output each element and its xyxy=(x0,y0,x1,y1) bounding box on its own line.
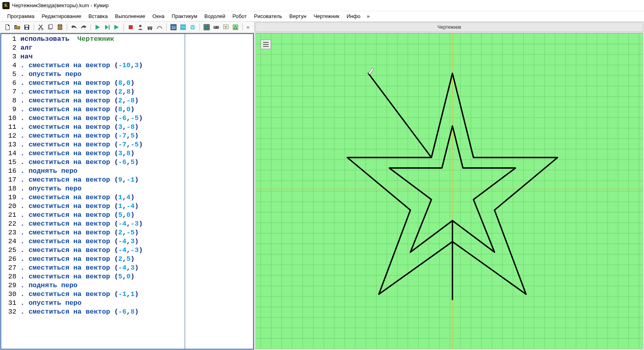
svg-point-25 xyxy=(224,26,225,27)
svg-text:10: 10 xyxy=(171,26,175,30)
canvas-title: Чертежник xyxy=(255,22,643,32)
run-fast-icon[interactable] xyxy=(112,23,121,32)
title-bar: К ЧертежникЗвезда(векторы).kum - Кумир xyxy=(0,0,644,11)
menu-»[interactable]: » xyxy=(364,12,372,20)
window-title: ЧертежникЗвезда(векторы).kum - Кумир xyxy=(12,2,109,8)
main-split: 10 » 12345678910111213141516171819202122… xyxy=(0,22,644,350)
menu-вставка[interactable]: Вставка xyxy=(85,12,111,20)
run-step-icon[interactable] xyxy=(103,23,112,32)
globe-icon[interactable] xyxy=(188,23,197,32)
menu-выполнение[interactable]: Выполнение xyxy=(112,12,148,20)
svg-rect-12 xyxy=(148,26,152,29)
svg-point-21 xyxy=(217,27,218,28)
menu-инфо[interactable]: Инфо xyxy=(343,12,363,20)
drawing-canvas[interactable] xyxy=(255,33,643,349)
draw-icon[interactable] xyxy=(231,23,240,32)
stop-icon[interactable] xyxy=(126,23,135,32)
svg-rect-10 xyxy=(129,25,133,29)
actor-1-icon[interactable] xyxy=(136,23,145,32)
line-gutter: 1234567891011121314151617181920212223242… xyxy=(1,34,19,349)
svg-point-11 xyxy=(139,25,142,27)
actor-2-icon[interactable] xyxy=(146,23,154,32)
actor-3-icon[interactable] xyxy=(155,23,164,32)
toolbar: 10 » xyxy=(0,22,254,33)
svg-rect-1 xyxy=(25,25,28,27)
menu-bar: ПрограммаРедактированиеВставкаВыполнение… xyxy=(0,11,644,22)
left-pane: 10 » 12345678910111213141516171819202122… xyxy=(0,22,255,350)
grid-robot-icon[interactable] xyxy=(202,23,211,32)
svg-point-27 xyxy=(225,27,226,28)
paste-icon[interactable] xyxy=(56,23,64,32)
app-icon: К xyxy=(2,2,10,9)
grid-1-icon[interactable]: 10 xyxy=(169,23,178,32)
new-file-icon[interactable] xyxy=(3,23,12,32)
svg-rect-20 xyxy=(213,26,219,29)
menu-чертежник[interactable]: Чертежник xyxy=(310,12,343,20)
run-icon[interactable] xyxy=(93,23,102,32)
svg-rect-8 xyxy=(59,24,61,26)
menu-вертун[interactable]: Вертун xyxy=(286,12,310,20)
game-icon[interactable] xyxy=(212,23,221,32)
menu-редактирование[interactable]: Редактирование xyxy=(38,12,84,20)
menu-практикум[interactable]: Практикум xyxy=(168,12,200,20)
menu-робот[interactable]: Робот xyxy=(229,12,250,20)
right-pane: Чертежник xyxy=(255,22,644,350)
redo-icon[interactable] xyxy=(79,23,88,32)
menu-программа[interactable]: Программа xyxy=(4,12,38,20)
open-file-icon[interactable] xyxy=(13,23,22,32)
canvas-menu-button[interactable] xyxy=(261,40,271,49)
save-file-icon[interactable] xyxy=(22,23,31,32)
svg-rect-19 xyxy=(204,24,209,30)
svg-rect-6 xyxy=(49,24,52,28)
toolbar-overflow[interactable]: » xyxy=(245,24,251,30)
svg-rect-9 xyxy=(109,25,110,30)
svg-rect-2 xyxy=(26,28,28,29)
grid-svg xyxy=(256,33,643,349)
svg-point-13 xyxy=(148,28,150,30)
code-editor[interactable]: 1234567891011121314151617181920212223242… xyxy=(0,33,254,350)
paint-icon[interactable] xyxy=(221,23,230,32)
svg-rect-23 xyxy=(215,26,215,28)
undo-icon[interactable] xyxy=(70,23,78,32)
copy-icon[interactable] xyxy=(46,23,55,32)
wave-icon[interactable] xyxy=(179,23,187,32)
menu-водолей[interactable]: Водолей xyxy=(201,12,228,20)
svg-rect-30 xyxy=(256,33,643,349)
svg-point-14 xyxy=(150,28,152,30)
code-area[interactable]: использовать Чертежникалгнач. сместиться… xyxy=(19,34,185,349)
svg-point-26 xyxy=(226,26,227,27)
menu-окна[interactable]: Окна xyxy=(149,12,167,20)
menu-рисователь[interactable]: Рисователь xyxy=(251,12,285,20)
cut-icon[interactable] xyxy=(36,23,45,32)
margin-column xyxy=(185,34,253,349)
